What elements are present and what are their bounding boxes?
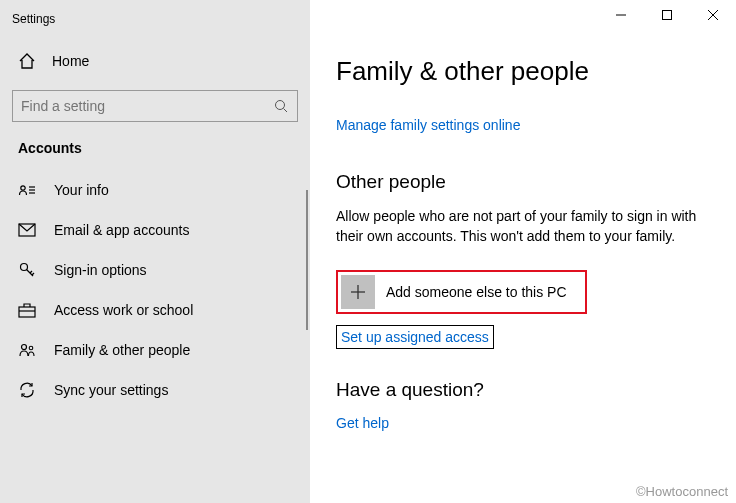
manage-family-link[interactable]: Manage family settings online	[336, 117, 710, 133]
sidebar-item-family[interactable]: Family & other people	[0, 330, 310, 370]
sidebar-label: Sign-in options	[54, 262, 147, 278]
plus-icon	[341, 275, 375, 309]
add-someone-button[interactable]: Add someone else to this PC	[336, 270, 587, 314]
sync-icon	[18, 381, 36, 399]
app-title: Settings	[0, 8, 310, 44]
close-button[interactable]	[690, 0, 736, 30]
sidebar-label: Family & other people	[54, 342, 190, 358]
svg-rect-16	[663, 11, 672, 20]
window-controls	[598, 0, 736, 30]
sidebar-item-email[interactable]: Email & app accounts	[0, 210, 310, 250]
home-icon	[18, 52, 36, 70]
svg-rect-11	[19, 307, 35, 317]
add-someone-label: Add someone else to this PC	[386, 284, 567, 300]
sidebar-item-sync[interactable]: Sync your settings	[0, 370, 310, 410]
svg-point-2	[21, 186, 25, 190]
nav-home[interactable]: Home	[0, 44, 310, 78]
assigned-access-link[interactable]: Set up assigned access	[336, 325, 494, 349]
svg-line-10	[32, 273, 34, 275]
search-box[interactable]	[12, 90, 298, 122]
other-people-description: Allow people who are not part of your fa…	[336, 207, 706, 246]
svg-line-1	[284, 108, 288, 112]
search-input[interactable]	[21, 98, 274, 114]
watermark: ©Howtoconnect	[636, 484, 728, 499]
minimize-button[interactable]	[598, 0, 644, 30]
sidebar: Settings Home Accounts Your info Email &…	[0, 0, 310, 503]
assigned-access-label: Set up assigned access	[341, 329, 489, 345]
sidebar-item-work[interactable]: Access work or school	[0, 290, 310, 330]
person-card-icon	[18, 181, 36, 199]
svg-point-14	[29, 346, 33, 350]
mail-icon	[18, 221, 36, 239]
svg-point-0	[276, 100, 285, 109]
sidebar-label: Your info	[54, 182, 109, 198]
sidebar-label: Access work or school	[54, 302, 193, 318]
sidebar-item-your-info[interactable]: Your info	[0, 170, 310, 210]
briefcase-icon	[18, 301, 36, 319]
maximize-button[interactable]	[644, 0, 690, 30]
key-icon	[18, 261, 36, 279]
people-icon	[18, 341, 36, 359]
sidebar-section-header: Accounts	[0, 140, 310, 170]
svg-line-9	[30, 271, 32, 273]
svg-point-7	[21, 264, 28, 271]
search-icon	[274, 99, 289, 114]
other-people-heading: Other people	[336, 171, 710, 193]
page-title: Family & other people	[336, 56, 710, 87]
svg-point-13	[22, 345, 27, 350]
sidebar-label: Email & app accounts	[54, 222, 189, 238]
nav-home-label: Home	[52, 53, 89, 69]
question-heading: Have a question?	[336, 379, 710, 401]
scrollbar[interactable]	[306, 190, 308, 330]
sidebar-item-signin[interactable]: Sign-in options	[0, 250, 310, 290]
main-content: Family & other people Manage family sett…	[310, 0, 736, 503]
sidebar-label: Sync your settings	[54, 382, 168, 398]
get-help-link[interactable]: Get help	[336, 415, 710, 431]
